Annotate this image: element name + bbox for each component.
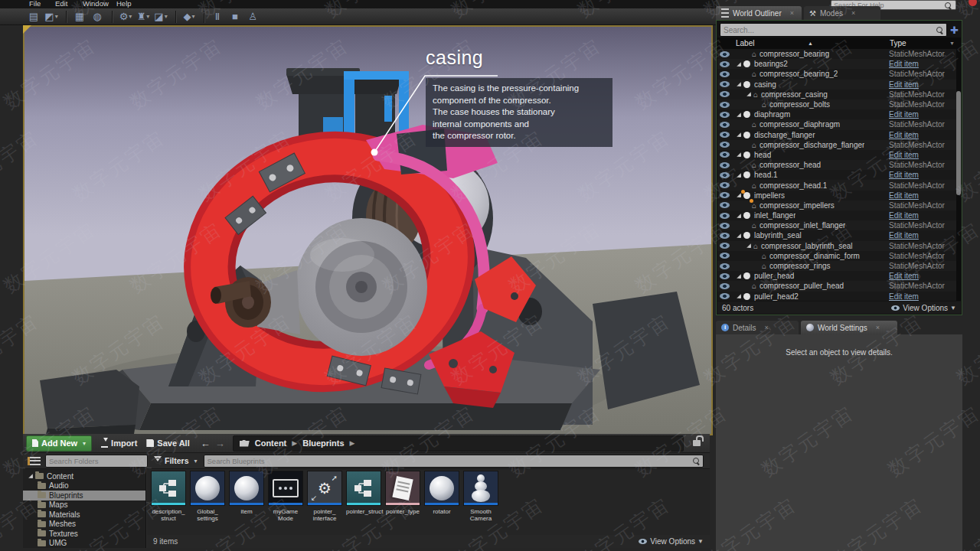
add-new-button[interactable]: Add New▾ bbox=[26, 435, 92, 452]
edit-item-link[interactable]: Edit item bbox=[889, 60, 919, 68]
edit-item-link[interactable]: Edit item bbox=[889, 131, 919, 139]
visibility-eye-icon[interactable] bbox=[720, 233, 730, 239]
outliner-row[interactable]: ⌂compressor_puller_headStaticMeshActor bbox=[717, 281, 956, 291]
visibility-eye-icon[interactable] bbox=[720, 132, 730, 138]
expander-icon[interactable] bbox=[737, 294, 741, 298]
outliner-row[interactable]: diaphragmEdit item bbox=[717, 109, 956, 119]
close-icon[interactable]: × bbox=[765, 324, 769, 331]
visibility-eye-icon[interactable] bbox=[720, 122, 730, 128]
outliner-row[interactable]: ⌂compressor_labyrinth_sealStaticMeshActo… bbox=[717, 241, 956, 251]
outliner-row[interactable]: puller_head2Edit item bbox=[717, 292, 956, 302]
outliner-row[interactable]: discharge_flangerEdit item bbox=[717, 130, 956, 140]
asset-tile-item[interactable]: item bbox=[229, 471, 264, 515]
outliner-row[interactable]: ⌂compressor_bearingStaticMeshActor bbox=[717, 49, 956, 59]
build-dropdown[interactable]: ◆▾ bbox=[181, 10, 197, 24]
outliner-row[interactable]: ⌂compressor_diaphragmStaticMeshActor bbox=[717, 119, 956, 129]
visibility-eye-icon[interactable] bbox=[720, 263, 730, 269]
visibility-eye-icon[interactable] bbox=[720, 243, 730, 249]
search-assets-input[interactable] bbox=[204, 457, 691, 465]
expander-icon[interactable] bbox=[28, 474, 33, 478]
sources-panel-toggle-icon[interactable] bbox=[28, 457, 41, 465]
chevron-down-icon[interactable]: ▼ bbox=[949, 41, 955, 46]
search-folders-input[interactable] bbox=[46, 457, 153, 465]
outliner-column-header[interactable]: Label ▲ Type ▼ bbox=[717, 37, 961, 49]
folder-item-audio[interactable]: Audio bbox=[23, 481, 145, 491]
asset-thumbnail[interactable] bbox=[190, 471, 225, 506]
expander-icon[interactable] bbox=[737, 173, 741, 178]
save-button[interactable]: ▤ bbox=[26, 10, 41, 24]
back-button[interactable]: ← bbox=[201, 438, 211, 449]
outliner-search-input[interactable] bbox=[720, 26, 935, 34]
outliner-row[interactable]: ⌂compressor_bearing_2StaticMeshActor bbox=[717, 69, 956, 79]
asset-tile-smooth_camera[interactable]: Smooth Camera bbox=[463, 471, 498, 522]
expander-icon[interactable] bbox=[737, 112, 741, 117]
visibility-eye-icon[interactable] bbox=[720, 162, 730, 168]
visibility-eye-icon[interactable] bbox=[720, 192, 730, 198]
outliner-row[interactable]: casingEdit item bbox=[717, 80, 956, 90]
expander-icon[interactable] bbox=[737, 193, 741, 197]
visibility-eye-icon[interactable] bbox=[720, 202, 730, 208]
asset-thumbnail[interactable] bbox=[151, 471, 186, 506]
eject-button[interactable]: ♙ bbox=[245, 10, 260, 24]
chevron-down-icon[interactable]: ▾ bbox=[191, 13, 194, 20]
edit-item-link[interactable]: Edit item bbox=[889, 151, 919, 159]
cinematics-dropdown[interactable]: ◪▾ bbox=[153, 10, 168, 24]
column-type[interactable]: Type bbox=[890, 39, 906, 47]
expander-icon[interactable] bbox=[746, 243, 751, 248]
folder-item-blueprints[interactable]: Blueprints bbox=[23, 491, 145, 500]
visibility-eye-icon[interactable] bbox=[720, 283, 730, 289]
expander-icon[interactable] bbox=[737, 214, 741, 218]
expander-icon[interactable] bbox=[737, 62, 741, 67]
asset-thumbnail[interactable] bbox=[346, 471, 381, 506]
close-icon[interactable]: × bbox=[851, 9, 855, 17]
stop-button[interactable]: ■ bbox=[227, 10, 243, 24]
folder-item-materials[interactable]: Materials bbox=[23, 510, 145, 520]
visibility-eye-icon[interactable] bbox=[720, 102, 730, 108]
menu-window[interactable]: Window bbox=[83, 0, 109, 8]
visibility-eye-icon[interactable] bbox=[720, 71, 730, 77]
outliner-row[interactable]: puller_headEdit item bbox=[717, 271, 956, 281]
search-folders-field[interactable] bbox=[45, 455, 148, 468]
settings-dropdown[interactable]: ⚙▾ bbox=[118, 10, 133, 24]
outliner-row[interactable]: ⌂compressor_inlet_flangerStaticMeshActor bbox=[717, 220, 956, 230]
outliner-row[interactable]: ⌂compressor_casingStaticMeshActor bbox=[717, 90, 956, 99]
asset-tile-pointer_type[interactable]: pointer_type bbox=[385, 471, 420, 515]
outliner-row[interactable]: headEdit item bbox=[717, 150, 956, 160]
add-actor-icon[interactable]: ✚ bbox=[950, 24, 959, 36]
asset-tile-global__settings[interactable]: Global_ settings bbox=[190, 471, 225, 522]
asset-tile-pointer__interface[interactable]: ⚙↙➚pointer_ interface bbox=[307, 471, 342, 522]
visibility-eye-icon[interactable] bbox=[720, 81, 730, 87]
folder-item-maps[interactable]: Maps bbox=[23, 500, 145, 510]
asset-thumbnail[interactable] bbox=[268, 471, 303, 506]
outliner-scrollbar[interactable] bbox=[956, 49, 961, 301]
visibility-eye-icon[interactable] bbox=[720, 213, 730, 219]
edit-item-link[interactable]: Edit item bbox=[889, 171, 919, 179]
chevron-down-icon[interactable]: ▾ bbox=[146, 13, 149, 20]
chevron-down-icon[interactable]: ▾ bbox=[129, 13, 132, 20]
menu-help[interactable]: Help bbox=[116, 0, 132, 8]
visibility-eye-icon[interactable] bbox=[720, 273, 730, 279]
save-all-button[interactable]: Save All bbox=[146, 439, 189, 448]
forward-button[interactable]: → bbox=[215, 438, 225, 449]
expander-icon[interactable] bbox=[737, 132, 741, 137]
source-control-button[interactable]: ◩▾ bbox=[44, 10, 59, 24]
expander-icon[interactable] bbox=[737, 233, 741, 238]
outliner-row[interactable]: bearings2Edit item bbox=[717, 59, 956, 69]
outliner-search-field[interactable] bbox=[720, 23, 947, 37]
outliner-row[interactable]: inlet_flangerEdit item bbox=[717, 210, 956, 220]
edit-item-link[interactable]: Edit item bbox=[889, 80, 919, 89]
visibility-eye-icon[interactable] bbox=[720, 182, 730, 188]
edit-item-link[interactable]: Edit item bbox=[889, 231, 919, 240]
asset-tile-description__struct[interactable]: description_ struct bbox=[151, 471, 186, 522]
viewport-3d[interactable]: casing The casing is the pressure-contai… bbox=[23, 25, 713, 435]
visibility-eye-icon[interactable] bbox=[720, 253, 730, 259]
visibility-eye-icon[interactable] bbox=[720, 152, 730, 158]
blueprints-dropdown[interactable]: ♜▾ bbox=[136, 10, 151, 24]
outliner-row[interactable]: impellersEdit item bbox=[717, 191, 956, 201]
outliner-view-options-button[interactable]: View Options▼ bbox=[891, 304, 956, 312]
close-icon[interactable]: × bbox=[876, 324, 880, 331]
visibility-eye-icon[interactable] bbox=[720, 142, 730, 148]
chevron-down-icon[interactable]: ▾ bbox=[165, 13, 168, 20]
edit-item-link[interactable]: Edit item bbox=[889, 191, 919, 200]
outliner-row[interactable]: ⌂compressor_head.1StaticMeshActor bbox=[717, 180, 956, 190]
